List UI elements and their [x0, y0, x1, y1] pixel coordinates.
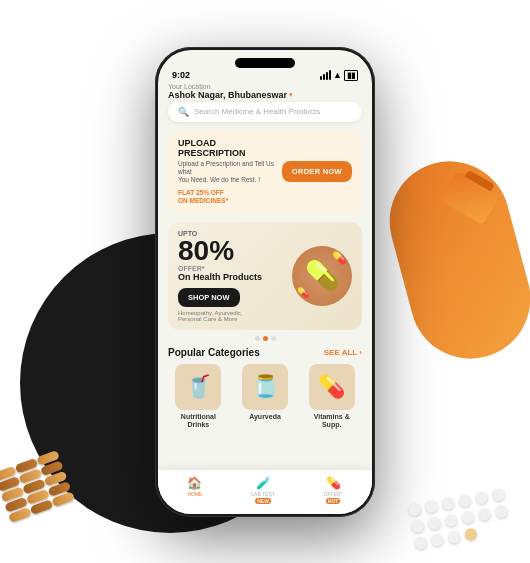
order-now-button[interactable]: ORDER NOW — [282, 161, 352, 182]
homeopathy-text: Homeopathy, Ayurvedic,Personal Care & Mo… — [178, 310, 262, 322]
category-nutritional[interactable]: 🥤 NutritionalDrinks — [168, 364, 229, 430]
prescription-card-left: UPLOAD PRESCRIPTION Upload a Prescriptio… — [178, 138, 282, 206]
phone-mockup: 9:02 ▲ ▮▮ Your Location — [155, 47, 375, 517]
vitamins-label: Vitamins &Supp. — [314, 413, 350, 430]
ayurveda-label: Ayurveda — [249, 413, 281, 421]
offer-label: OFFER* — [178, 265, 262, 272]
phone-screen: 9:02 ▲ ▮▮ Your Location — [158, 50, 372, 514]
category-vitamins[interactable]: 💊 Vitamins &Supp. — [301, 364, 362, 430]
categories-header: Popular Categories SEE ALL › — [168, 347, 362, 358]
wifi-icon: ▲ — [333, 70, 342, 80]
location-name: Ashok Nagar, Bhubaneswar — [168, 90, 287, 100]
location-row: Your Location Ashok Nagar, Bhubaneswar ▾ — [168, 83, 362, 100]
search-bar[interactable]: 🔍 Search Medicine & Health Products — [168, 102, 362, 122]
nav-home-label: HOME — [187, 491, 202, 497]
carousel-dots — [168, 336, 362, 341]
pills-decoration-right — [410, 495, 510, 543]
bottom-navigation: 🏠 HOME 🧪 LAB TEST NEW 💊 OFFER* HOT — [158, 470, 372, 505]
battery-icon: ▮▮ — [344, 70, 358, 81]
offer-banner: UPTO 80% OFFER* On Health Products SHOP … — [168, 222, 362, 330]
nav-offers[interactable]: 💊 OFFER* HOT — [324, 476, 343, 504]
vitamins-image: 💊 — [309, 364, 355, 410]
shop-now-button[interactable]: SHOP NOW — [178, 288, 240, 307]
your-location-label: Your Location — [168, 83, 293, 90]
lab-badge: NEW — [255, 498, 271, 504]
nav-offers-label: OFFER* — [324, 491, 343, 497]
search-input[interactable]: Search Medicine & Health Products — [194, 107, 352, 116]
categories-row: 🥤 NutritionalDrinks 🫙 Ayurveda 💊 Vitamin… — [168, 364, 362, 430]
ayurveda-image: 🫙 — [242, 364, 288, 410]
offer-badge: HOT — [326, 498, 341, 504]
banner-left: UPTO 80% OFFER* On Health Products SHOP … — [178, 230, 262, 322]
nav-lab-label: LAB TEST — [251, 491, 275, 497]
pills-heart-art: 💊 💊 💊 — [292, 246, 352, 306]
prescription-card: UPLOAD PRESCRIPTION Upload a Prescriptio… — [168, 130, 362, 214]
dot-1 — [255, 336, 260, 341]
status-bar: 9:02 ▲ ▮▮ — [158, 68, 372, 83]
nav-lab-test[interactable]: 🧪 LAB TEST NEW — [251, 476, 275, 504]
prescription-subtitle: Upload a Prescription and Tell Us whatYo… — [178, 160, 282, 185]
status-icons: ▲ ▮▮ — [320, 70, 358, 81]
dot-2 — [263, 336, 268, 341]
category-ayurveda[interactable]: 🫙 Ayurveda — [235, 364, 296, 430]
phone-frame: 9:02 ▲ ▮▮ Your Location — [155, 47, 375, 517]
percent-80: 80% — [178, 237, 262, 265]
status-time: 9:02 — [172, 70, 190, 80]
app-content: Your Location Ashok Nagar, Bhubaneswar ▾… — [158, 83, 372, 505]
nutritional-label: NutritionalDrinks — [181, 413, 216, 430]
chevron-down-icon: ▾ — [289, 91, 293, 99]
dynamic-island — [235, 58, 295, 68]
prescription-discount: FLAT 25% OFFON MEDICINES* — [178, 189, 282, 206]
nutritional-drinks-image: 🥤 — [175, 364, 221, 410]
search-icon: 🔍 — [178, 107, 189, 117]
dot-3 — [271, 336, 276, 341]
on-health-text: On Health Products — [178, 272, 262, 282]
nav-home[interactable]: 🏠 HOME — [187, 476, 202, 504]
offers-icon: 💊 — [326, 476, 341, 490]
signal-icon — [320, 70, 331, 80]
lab-test-icon: 🧪 — [256, 476, 271, 490]
categories-title: Popular Categories — [168, 347, 260, 358]
orange-bottle-decoration — [445, 180, 525, 230]
home-icon: 🏠 — [187, 476, 202, 490]
prescription-title: UPLOAD PRESCRIPTION — [178, 138, 282, 158]
see-all-link[interactable]: SEE ALL › — [324, 348, 362, 357]
